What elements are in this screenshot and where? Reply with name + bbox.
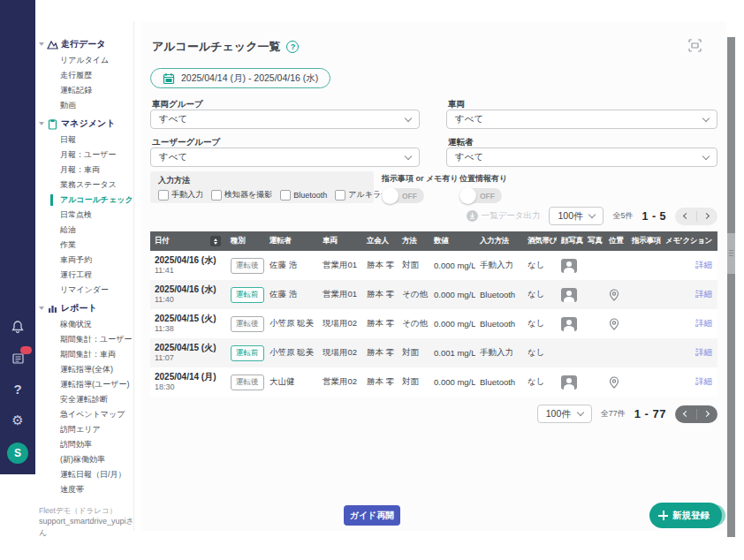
prev-page-button[interactable] xyxy=(675,405,696,423)
location-pin-icon[interactable] xyxy=(609,376,619,389)
sidebar-item-guidance-user[interactable]: 運転指導(ユーザー) xyxy=(35,377,133,392)
cell-photo xyxy=(583,338,604,367)
checkbox-manual-input[interactable]: 手動入力 xyxy=(158,189,203,201)
sidebar-item-trip-history[interactable]: 走行履歴 xyxy=(35,68,133,83)
table-row: 2025/04/16 (水) 11:40 運転前 佐藤 浩 営業用01 勝本 零… xyxy=(150,280,717,309)
cell-driver: 小笠原 聡美 xyxy=(265,338,318,367)
detail-link[interactable]: 詳細 xyxy=(695,289,712,300)
driver-select[interactable]: すべて xyxy=(446,148,717,167)
vertical-scrollbar[interactable] xyxy=(727,37,735,537)
location-toggle[interactable]: OFF xyxy=(459,188,502,203)
sidebar-item-driving-daily-report[interactable]: 運転日報（日/月） xyxy=(35,467,133,482)
checkbox-box[interactable] xyxy=(211,190,222,201)
next-page-button[interactable] xyxy=(697,405,718,423)
cell-vehicle: 営業用02 xyxy=(318,367,362,397)
cell-location xyxy=(604,367,627,397)
cell-value: 0.000 mg/L xyxy=(429,280,475,309)
vehicle-value: すべて xyxy=(455,113,483,125)
sidebar-item-monthly-vehicle[interactable]: 月報：車両 xyxy=(35,163,133,178)
announcements-icon[interactable] xyxy=(10,350,26,366)
help-icon[interactable]: ? xyxy=(10,381,26,397)
face-photo-icon[interactable] xyxy=(561,317,577,331)
sidebar-item-period-user[interactable]: 期間集計：ユーザー xyxy=(35,332,133,347)
pagination-bottom xyxy=(675,405,717,423)
prev-page-button[interactable] xyxy=(675,208,696,225)
sidebar-item-monthly-user[interactable]: 月報：ユーザー xyxy=(35,148,133,163)
resume-guide-button[interactable]: ガイド再開 xyxy=(344,505,400,526)
face-photo-icon[interactable] xyxy=(561,259,577,273)
plus-icon xyxy=(658,511,668,520)
location-pin-icon[interactable] xyxy=(609,318,619,330)
cell-date: 2025/04/14 (月) 18:30 xyxy=(150,367,226,397)
settings-gear-icon[interactable]: ⚙ xyxy=(10,412,26,428)
sidebar-section-management[interactable]: マネジメント xyxy=(35,115,133,132)
face-photo-icon[interactable] xyxy=(561,288,577,302)
account-plan: Fleetデモ（ドラレコ） xyxy=(39,505,141,516)
sidebar-item-work-status[interactable]: 業務ステータス xyxy=(35,178,133,193)
table-row: 2025/04/14 (月) 18:30 運転後 大山健 営業用02 勝本 零 … xyxy=(150,367,717,397)
detail-link[interactable]: 詳細 xyxy=(695,318,712,329)
detail-link[interactable]: 詳細 xyxy=(695,260,712,271)
sidebar-item-visit-efficiency[interactable]: 訪問効率 xyxy=(35,437,133,452)
account-info: Fleetデモ（ドラレコ） support_smartdrive_yupiさん xyxy=(39,505,141,539)
column-input: 入力方法 xyxy=(475,231,523,251)
sidebar-item-vehicle-reservation[interactable]: 車両予約 xyxy=(35,253,133,268)
page-size-select-bottom[interactable]: 100件 xyxy=(537,405,592,423)
vehicle-select[interactable]: すべて xyxy=(446,110,717,129)
cell-input: Bluetooth xyxy=(475,309,523,338)
help-circle-icon[interactable]: ? xyxy=(286,41,299,53)
sidebar-section-driving-data[interactable]: 走行データ xyxy=(35,35,133,53)
sidebar-item-daily-report[interactable]: 日報 xyxy=(35,132,133,148)
sidebar-item-speed-band[interactable]: 速度帯 xyxy=(35,482,133,497)
sidebar-item-visit-area[interactable]: 訪問エリア xyxy=(35,422,133,437)
notifications-bell-icon[interactable] xyxy=(10,319,26,335)
bar-chart-icon xyxy=(47,303,58,314)
vehicle-group-select[interactable]: すべて xyxy=(150,110,420,129)
table-row: 2025/04/15 (火) 11:07 運転前 小笠原 聡美 現場用02 勝本… xyxy=(150,338,717,367)
checkbox-box[interactable] xyxy=(335,190,345,201)
sidebar-section-report[interactable]: レポート xyxy=(35,299,133,317)
sidebar-item-period-vehicle[interactable]: 期間集計：車両 xyxy=(35,347,133,362)
user-group-select[interactable]: すべて xyxy=(150,148,420,167)
face-photo-icon[interactable] xyxy=(561,375,577,390)
sidebar-item-tasks[interactable]: 作業 xyxy=(35,238,133,253)
sidebar-item-video[interactable]: 動画 xyxy=(35,98,133,113)
sidebar-item-reminder[interactable]: リマインダー xyxy=(35,283,133,298)
cell-value: 0.001 mg/L xyxy=(429,338,475,367)
sort-icon[interactable] xyxy=(210,236,221,246)
bottom-pagination: 100件 全77件 1 - 77 xyxy=(537,405,717,423)
checkbox-box[interactable] xyxy=(280,190,291,201)
checkbox-bluetooth[interactable]: Bluetooth xyxy=(280,190,327,201)
next-page-button[interactable] xyxy=(697,208,718,225)
fullscreen-icon[interactable] xyxy=(688,39,702,52)
sidebar-item-refueling[interactable]: 給油 xyxy=(35,223,133,238)
chevron-down-icon xyxy=(588,211,596,218)
export-button[interactable]: 一覧データ出力 xyxy=(467,210,541,222)
scrollbar-thumb[interactable] xyxy=(727,233,735,274)
new-registration-button[interactable]: 新規登録 xyxy=(649,503,722,528)
checkbox-detector-photo[interactable]: 検知器を撮影 xyxy=(211,189,272,201)
main-content: アルコールチェック一覧 ? 2025/04/14 (月) - 2025/04/1… xyxy=(141,21,726,531)
page-range: 1 - 5 xyxy=(642,210,666,223)
sidebar-item-new-utilization[interactable]: (新)稼働効率 xyxy=(35,452,133,467)
page-size-select[interactable]: 100件 xyxy=(549,207,604,225)
memo-toggle[interactable]: OFF xyxy=(382,188,424,203)
detail-link[interactable]: 詳細 xyxy=(695,347,712,359)
detail-link[interactable]: 詳細 xyxy=(695,376,712,388)
sidebar-item-alcohol-check[interactable]: アルコールチェック xyxy=(35,193,133,208)
sidebar-item-driving-record[interactable]: 運転記録 xyxy=(35,83,133,98)
sidebar-item-realtime[interactable]: リアルタイム xyxy=(35,53,133,68)
sidebar-item-guidance-all[interactable]: 運転指導(全体) xyxy=(35,362,133,377)
cell-location xyxy=(604,280,627,309)
sidebar-item-daily-inspection[interactable]: 日常点検 xyxy=(35,208,133,223)
cell-driver: 佐藤 浩 xyxy=(265,251,318,280)
user-avatar[interactable]: S xyxy=(7,443,28,464)
date-range-picker[interactable]: 2025/04/14 (月) - 2025/04/16 (水) xyxy=(150,68,330,88)
checkbox-box[interactable] xyxy=(158,190,169,201)
sidebar-item-safety-diagnosis[interactable]: 安全運転診断 xyxy=(35,392,133,407)
checkbox-alkiller[interactable]: アルキラー xyxy=(335,189,389,201)
location-pin-icon[interactable] xyxy=(609,289,619,301)
sidebar-item-operation-process[interactable]: 運行工程 xyxy=(35,268,133,283)
sidebar-item-utilization[interactable]: 稼働状況 xyxy=(35,317,133,332)
sidebar-item-event-map[interactable]: 急イベントマップ xyxy=(35,407,133,422)
